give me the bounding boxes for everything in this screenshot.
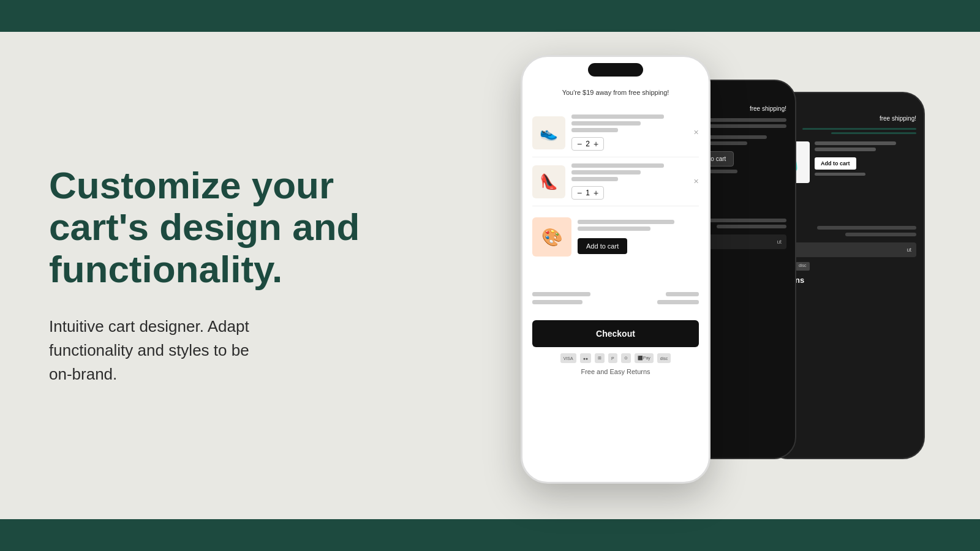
cart-item-2: 👠 − 1 + ✕ <box>532 157 699 206</box>
dark-left-checkout-text: ut <box>777 239 782 245</box>
item2-line1 <box>571 163 664 168</box>
sum-label-2 <box>532 300 582 304</box>
phone-white-inner: You're $19 away from free shipping! 👟 − … <box>522 57 709 482</box>
remove-item-2[interactable]: ✕ <box>693 178 699 186</box>
qty-value-2: 1 <box>586 189 590 197</box>
pay-discover: disc <box>657 353 671 363</box>
payment-icons: VISA ●● ⊞ P ⊙ ⬛Pay disc <box>532 353 699 363</box>
dr-sum1 <box>817 226 916 230</box>
summary-row-1 <box>532 292 699 296</box>
qty-control-2: − 1 + <box>571 186 604 200</box>
dark-right-add-to-cart-button[interactable]: Add to cart <box>815 157 856 170</box>
pay-amex: ⊞ <box>595 353 605 363</box>
qty-increase-1[interactable]: + <box>594 139 598 149</box>
dr-line2 <box>815 148 876 151</box>
item1-line2 <box>571 121 641 126</box>
dark-left-line2 <box>703 124 786 128</box>
main-content: Customize your cart's design and functio… <box>0 32 980 519</box>
pay-paypal: P <box>608 353 617 363</box>
pay-visa: VISA <box>560 353 576 363</box>
sum-val-2 <box>657 300 699 304</box>
item-details-1: − 2 + <box>571 114 687 151</box>
qty-decrease-1[interactable]: − <box>577 139 582 149</box>
phone-notch <box>588 63 643 77</box>
summary-row-2 <box>532 300 699 304</box>
item2-line2 <box>571 170 641 174</box>
order-summary <box>532 287 699 313</box>
pay-applepay: ⬛Pay <box>635 353 654 363</box>
phones-panel: free shipping! 🧴 Add to cart <box>429 32 980 519</box>
item1-line3 <box>571 128 618 132</box>
phone-white: You're $19 away from free shipping! 👟 − … <box>521 55 710 484</box>
dr-sum2 <box>845 233 916 236</box>
remove-item-1[interactable]: ✕ <box>693 129 699 137</box>
item3-line2 <box>578 227 650 231</box>
qty-value-1: 2 <box>586 140 590 148</box>
cart-item-3: 🎨 Add to cart <box>532 211 699 263</box>
shipping-banner: You're $19 away from free shipping! <box>532 84 699 101</box>
dark-right-discover: disc <box>796 262 809 271</box>
dark-right-checkout-text: ut <box>907 247 911 253</box>
cart-item-1: 👟 − 2 + ✕ <box>532 108 699 157</box>
add-to-cart-button[interactable]: Add to cart <box>578 238 627 254</box>
headline-line3: functionality. <box>49 248 282 290</box>
dark-right-item-details: Add to cart <box>815 141 916 176</box>
phones-wrapper: free shipping! 🧴 Add to cart <box>496 43 913 508</box>
left-panel: Customize your cart's design and functio… <box>0 128 429 423</box>
subtitle: Intuitive cart designer. Adaptfunctional… <box>49 315 380 386</box>
pay-shop: ⊙ <box>621 353 631 363</box>
dark-right-line1 <box>802 128 916 130</box>
item-image-2: 👠 <box>532 165 565 198</box>
sum-label-1 <box>532 292 590 296</box>
item3-line1 <box>578 220 674 224</box>
pay-mc: ●● <box>580 353 591 363</box>
qty-control-1: − 2 + <box>571 137 604 151</box>
item-details-2: − 1 + <box>571 163 687 200</box>
dark-right-line2 <box>831 132 916 134</box>
item-image-3: 🎨 <box>532 217 571 257</box>
dl-sum2 <box>717 225 786 228</box>
dr-line1 <box>815 141 896 145</box>
item1-line1 <box>571 114 664 119</box>
sum-val-1 <box>666 292 699 296</box>
cart-divider <box>532 263 699 287</box>
qty-increase-2[interactable]: + <box>594 188 598 198</box>
top-bar <box>0 0 980 32</box>
checkout-button[interactable]: Checkout <box>532 320 699 347</box>
headline-line2: cart's design and <box>49 206 360 248</box>
free-returns: Free and Easy Returns <box>532 368 699 375</box>
bottom-bar <box>0 519 980 551</box>
headline-line1: Customize your <box>49 164 334 206</box>
dr-line3 <box>815 173 865 176</box>
qty-decrease-2[interactable]: − <box>577 188 582 198</box>
item2-line3 <box>571 177 618 181</box>
headline: Customize your cart's design and functio… <box>49 165 380 290</box>
item-image-1: 👟 <box>532 116 565 149</box>
item-details-3: Add to cart <box>578 220 699 254</box>
